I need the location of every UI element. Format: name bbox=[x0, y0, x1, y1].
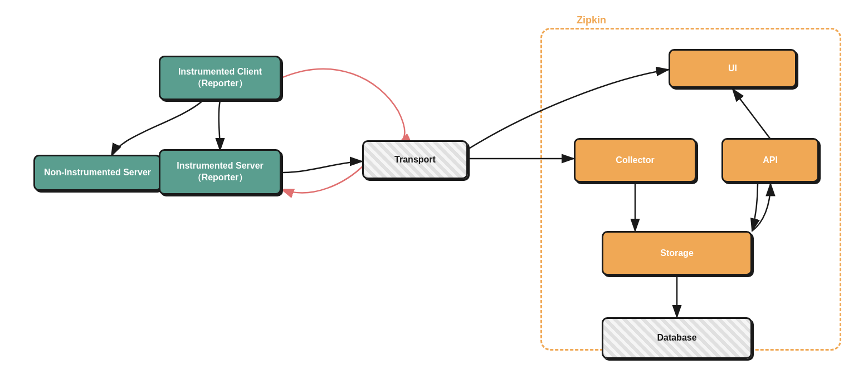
zipkin-label: Zipkin bbox=[577, 14, 606, 26]
database-label: Database bbox=[657, 332, 696, 344]
instrumented-client-node: Instrumented Client （Reporter） bbox=[159, 56, 281, 100]
transport-node: Transport bbox=[362, 140, 468, 179]
database-node: Database bbox=[602, 317, 752, 359]
collector-label: Collector bbox=[616, 155, 654, 166]
ui-node: UI bbox=[669, 49, 797, 88]
instrumented-server-label: Instrumented Server （Reporter） bbox=[177, 160, 264, 184]
non-instrumented-server-label: Non-Instrumented Server bbox=[44, 167, 151, 179]
transport-label: Transport bbox=[394, 154, 436, 166]
ui-label: UI bbox=[728, 63, 737, 75]
architecture-diagram: Zipkin bbox=[0, 0, 868, 384]
instrumented-client-label: Instrumented Client （Reporter） bbox=[178, 66, 262, 90]
instrumented-server-node: Instrumented Server （Reporter） bbox=[159, 149, 281, 195]
non-instrumented-server-node: Non-Instrumented Server bbox=[33, 155, 162, 191]
api-label: API bbox=[763, 155, 778, 166]
collector-node: Collector bbox=[574, 138, 696, 183]
storage-label: Storage bbox=[660, 248, 694, 259]
storage-node: Storage bbox=[602, 231, 752, 275]
api-node: API bbox=[721, 138, 819, 183]
